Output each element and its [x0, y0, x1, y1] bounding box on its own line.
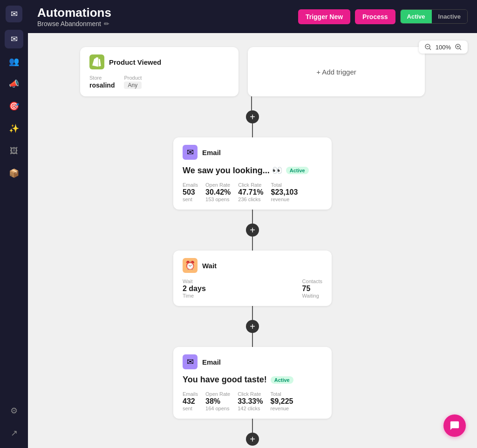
app-logo: ✉ — [6, 6, 22, 22]
sidebar-item-export[interactable]: ↗ — [5, 424, 23, 442]
email-1-type: Email — [202, 149, 221, 156]
add-node-button-4[interactable]: + — [246, 433, 259, 446]
chat-button[interactable] — [443, 414, 466, 437]
main-content: Automations Browse Abandonment ✏ Trigger… — [28, 0, 477, 448]
email-1-header: ✉ Email — [183, 145, 322, 160]
contacts-waiting-stat: Contacts 75 Waiting — [302, 278, 322, 299]
wait-type: Wait — [202, 262, 217, 270]
zoom-out-button[interactable] — [424, 43, 432, 51]
product-label: Product — [124, 75, 142, 81]
store-value: rosalind — [89, 81, 115, 89]
connector-line-2b — [252, 237, 253, 251]
header-actions: Trigger New Process Active Inactive — [298, 9, 468, 24]
click-rate-stat-2: Click Rate 33.33% 142 clicks — [238, 391, 263, 411]
add-node-button-1[interactable]: + — [246, 110, 259, 123]
open-rate-stat: Open Rate 30.42% 153 opens — [205, 182, 231, 202]
connector-1: + — [246, 110, 259, 137]
wait-icon: ⏰ — [183, 258, 198, 273]
wait-card[interactable]: ⏰ Wait Wait 2 days Time Contacts 75 Wait… — [173, 251, 332, 306]
sidebar-item-automations[interactable]: 🎯 — [5, 97, 23, 115]
emails-sent-stat: Emails 503 sent — [183, 182, 198, 202]
trigger-new-button[interactable]: Trigger New — [298, 9, 350, 24]
connector-line-4 — [252, 419, 253, 433]
header: Automations Browse Abandonment ✏ Trigger… — [28, 0, 477, 33]
connector-line-3b — [252, 333, 253, 347]
email-2-status: Active — [271, 376, 293, 384]
add-node-button-2[interactable]: + — [246, 224, 259, 237]
header-titles: Automations Browse Abandonment ✏ — [37, 6, 291, 27]
store-field: Store rosalind — [89, 75, 115, 89]
connector-line-left — [80, 96, 252, 110]
email-2-subject: You have good taste! Active — [183, 375, 322, 385]
wait-header: ⏰ Wait — [183, 258, 322, 273]
email-1-card[interactable]: ✉ Email We saw you looking... 👀 Active E… — [173, 137, 332, 210]
trigger-connector — [80, 96, 425, 110]
add-node-button-3[interactable]: + — [246, 320, 259, 333]
page-subtitle: Browse Abandonment ✏ — [37, 20, 291, 27]
add-trigger-label: + Add trigger — [316, 68, 356, 76]
sidebar-item-campaigns[interactable]: 📣 — [5, 75, 23, 93]
connector-line-3 — [252, 306, 253, 320]
automation-canvas: 100% Produc — [28, 33, 477, 448]
sidebar-item-contacts[interactable]: 👥 — [5, 52, 23, 71]
page-title: Automations — [37, 6, 291, 20]
card-header: Product Viewed — [89, 54, 229, 69]
trigger-card-title: Product Viewed — [109, 58, 161, 66]
product-value: Any — [124, 81, 142, 89]
email-icon-1: ✉ — [183, 145, 198, 160]
email-1-subject: We saw you looking... 👀 Active — [183, 165, 322, 176]
wait-time-stat: Wait 2 days Time — [183, 278, 206, 299]
trigger-row: Product Viewed Store rosalind Product An… — [80, 47, 425, 96]
zoom-value: 100% — [436, 44, 451, 51]
total-revenue-stat: Total $23,103 revenue — [271, 182, 298, 202]
zoom-controls: 100% — [419, 41, 468, 54]
edit-icon[interactable]: ✏ — [104, 20, 109, 27]
connector-2: + — [246, 210, 259, 251]
inactive-toggle-button[interactable]: Inactive — [432, 10, 467, 23]
active-toggle-button[interactable]: Active — [401, 10, 432, 23]
zoom-in-button[interactable] — [455, 43, 462, 51]
email-2-stats: Emails 432 sent Open Rate 38% 164 opens … — [183, 391, 322, 411]
email-2-card[interactable]: ✉ Email You have good taste! Active Emai… — [173, 347, 332, 419]
sidebar: ✉ ✉ 👥 📣 🎯 ✨ 🖼 📦 ⚙ ↗ — [0, 0, 28, 448]
add-trigger-card[interactable]: + Add trigger — [248, 47, 425, 96]
click-rate-stat: Click Rate 47.71% 236 clicks — [238, 182, 263, 202]
svg-line-6 — [460, 48, 461, 50]
svg-line-2 — [429, 48, 431, 50]
store-label: Store — [89, 75, 115, 81]
product-viewed-card[interactable]: Product Viewed Store rosalind Product An… — [80, 47, 238, 96]
email-1-stats: Emails 503 sent Open Rate 30.42% 153 ope… — [183, 182, 322, 202]
process-button[interactable]: Process — [355, 9, 395, 24]
wait-stats: Wait 2 days Time Contacts 75 Waiting — [183, 278, 322, 299]
connector-4: + — [246, 419, 259, 446]
total-revenue-stat-2: Total $9,225 revenue — [270, 391, 293, 411]
connector-line-1 — [252, 123, 253, 137]
email-2-header: ✉ Email — [183, 354, 322, 369]
sidebar-item-templates[interactable]: 🖼 — [5, 142, 23, 160]
sidebar-item-email[interactable]: ✉ — [5, 30, 23, 48]
active-inactive-toggle: Active Inactive — [400, 9, 468, 24]
email-2-type: Email — [202, 358, 221, 366]
sidebar-item-ai[interactable]: ✨ — [5, 119, 23, 138]
product-field: Product Any — [124, 75, 142, 89]
sidebar-item-settings[interactable]: ⚙ — [5, 401, 23, 420]
connector-line-2 — [252, 210, 253, 224]
open-rate-stat-2: Open Rate 38% 164 opens — [205, 391, 230, 411]
emails-sent-stat-2: Emails 432 sent — [183, 391, 198, 411]
shopify-icon — [89, 54, 104, 69]
connector-3: + — [246, 306, 259, 347]
trigger-card-fields: Store rosalind Product Any — [89, 75, 229, 89]
email-icon-2: ✉ — [183, 354, 198, 369]
sidebar-item-integrations[interactable]: 📦 — [5, 164, 23, 183]
automation-flow: Product Viewed Store rosalind Product An… — [28, 47, 477, 446]
email-1-status: Active — [286, 167, 309, 174]
